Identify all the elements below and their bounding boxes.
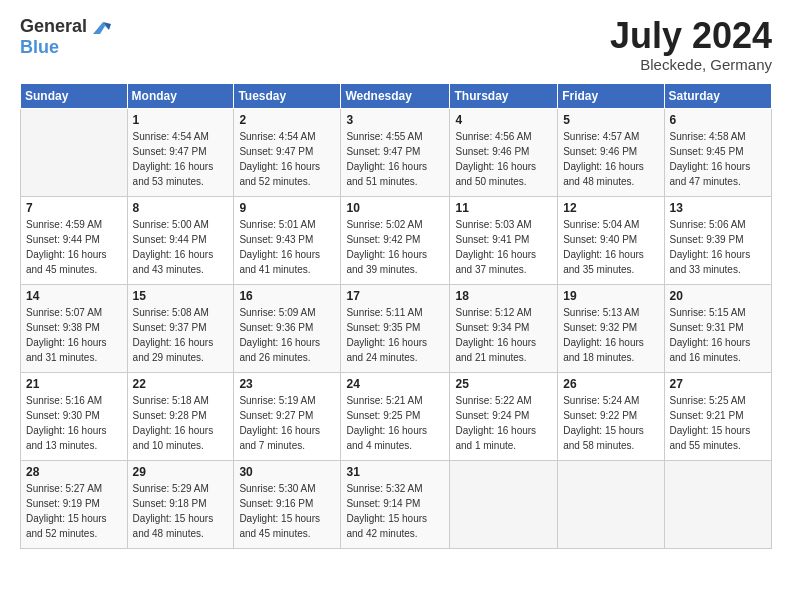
day-number: 25 xyxy=(455,377,552,391)
day-number: 6 xyxy=(670,113,766,127)
calendar-cell: 13Sunrise: 5:06 AM Sunset: 9:39 PM Dayli… xyxy=(664,196,771,284)
day-number: 1 xyxy=(133,113,229,127)
calendar-cell: 22Sunrise: 5:18 AM Sunset: 9:28 PM Dayli… xyxy=(127,372,234,460)
day-info: Sunrise: 4:54 AM Sunset: 9:47 PM Dayligh… xyxy=(133,129,229,189)
week-row-0: 1Sunrise: 4:54 AM Sunset: 9:47 PM Daylig… xyxy=(21,108,772,196)
page: General Blue July 2024 Bleckede, Germany… xyxy=(0,0,792,612)
week-row-4: 28Sunrise: 5:27 AM Sunset: 9:19 PM Dayli… xyxy=(21,460,772,548)
calendar-cell: 26Sunrise: 5:24 AM Sunset: 9:22 PM Dayli… xyxy=(558,372,664,460)
header-row: SundayMondayTuesdayWednesdayThursdayFrid… xyxy=(21,83,772,108)
day-number: 9 xyxy=(239,201,335,215)
calendar-cell xyxy=(558,460,664,548)
day-number: 18 xyxy=(455,289,552,303)
calendar-cell: 25Sunrise: 5:22 AM Sunset: 9:24 PM Dayli… xyxy=(450,372,558,460)
header-day-monday: Monday xyxy=(127,83,234,108)
day-number: 30 xyxy=(239,465,335,479)
location-subtitle: Bleckede, Germany xyxy=(610,56,772,73)
calendar-cell: 8Sunrise: 5:00 AM Sunset: 9:44 PM Daylig… xyxy=(127,196,234,284)
day-info: Sunrise: 4:57 AM Sunset: 9:46 PM Dayligh… xyxy=(563,129,658,189)
calendar-cell: 6Sunrise: 4:58 AM Sunset: 9:45 PM Daylig… xyxy=(664,108,771,196)
day-info: Sunrise: 5:01 AM Sunset: 9:43 PM Dayligh… xyxy=(239,217,335,277)
day-info: Sunrise: 5:30 AM Sunset: 9:16 PM Dayligh… xyxy=(239,481,335,541)
day-info: Sunrise: 5:11 AM Sunset: 9:35 PM Dayligh… xyxy=(346,305,444,365)
day-info: Sunrise: 5:07 AM Sunset: 9:38 PM Dayligh… xyxy=(26,305,122,365)
day-info: Sunrise: 5:21 AM Sunset: 9:25 PM Dayligh… xyxy=(346,393,444,453)
day-info: Sunrise: 4:59 AM Sunset: 9:44 PM Dayligh… xyxy=(26,217,122,277)
week-row-3: 21Sunrise: 5:16 AM Sunset: 9:30 PM Dayli… xyxy=(21,372,772,460)
day-number: 17 xyxy=(346,289,444,303)
calendar-cell xyxy=(664,460,771,548)
day-number: 7 xyxy=(26,201,122,215)
calendar-cell: 23Sunrise: 5:19 AM Sunset: 9:27 PM Dayli… xyxy=(234,372,341,460)
calendar-cell: 15Sunrise: 5:08 AM Sunset: 9:37 PM Dayli… xyxy=(127,284,234,372)
day-number: 21 xyxy=(26,377,122,391)
calendar-cell: 12Sunrise: 5:04 AM Sunset: 9:40 PM Dayli… xyxy=(558,196,664,284)
day-number: 3 xyxy=(346,113,444,127)
day-number: 31 xyxy=(346,465,444,479)
day-number: 5 xyxy=(563,113,658,127)
day-info: Sunrise: 5:27 AM Sunset: 9:19 PM Dayligh… xyxy=(26,481,122,541)
header: General Blue July 2024 Bleckede, Germany xyxy=(20,16,772,73)
calendar-cell: 24Sunrise: 5:21 AM Sunset: 9:25 PM Dayli… xyxy=(341,372,450,460)
day-info: Sunrise: 5:13 AM Sunset: 9:32 PM Dayligh… xyxy=(563,305,658,365)
calendar-cell: 14Sunrise: 5:07 AM Sunset: 9:38 PM Dayli… xyxy=(21,284,128,372)
day-info: Sunrise: 5:04 AM Sunset: 9:40 PM Dayligh… xyxy=(563,217,658,277)
day-info: Sunrise: 5:06 AM Sunset: 9:39 PM Dayligh… xyxy=(670,217,766,277)
day-info: Sunrise: 5:15 AM Sunset: 9:31 PM Dayligh… xyxy=(670,305,766,365)
calendar-cell: 29Sunrise: 5:29 AM Sunset: 9:18 PM Dayli… xyxy=(127,460,234,548)
day-info: Sunrise: 5:09 AM Sunset: 9:36 PM Dayligh… xyxy=(239,305,335,365)
day-number: 2 xyxy=(239,113,335,127)
logo-icon xyxy=(89,16,111,38)
day-number: 15 xyxy=(133,289,229,303)
calendar-cell: 30Sunrise: 5:30 AM Sunset: 9:16 PM Dayli… xyxy=(234,460,341,548)
day-info: Sunrise: 4:54 AM Sunset: 9:47 PM Dayligh… xyxy=(239,129,335,189)
day-number: 22 xyxy=(133,377,229,391)
calendar-table: SundayMondayTuesdayWednesdayThursdayFrid… xyxy=(20,83,772,549)
header-day-thursday: Thursday xyxy=(450,83,558,108)
calendar-cell: 7Sunrise: 4:59 AM Sunset: 9:44 PM Daylig… xyxy=(21,196,128,284)
month-title: July 2024 xyxy=(610,16,772,56)
day-number: 10 xyxy=(346,201,444,215)
day-number: 16 xyxy=(239,289,335,303)
day-number: 13 xyxy=(670,201,766,215)
calendar-cell: 19Sunrise: 5:13 AM Sunset: 9:32 PM Dayli… xyxy=(558,284,664,372)
header-day-wednesday: Wednesday xyxy=(341,83,450,108)
header-day-tuesday: Tuesday xyxy=(234,83,341,108)
calendar-cell: 5Sunrise: 4:57 AM Sunset: 9:46 PM Daylig… xyxy=(558,108,664,196)
week-row-1: 7Sunrise: 4:59 AM Sunset: 9:44 PM Daylig… xyxy=(21,196,772,284)
day-number: 26 xyxy=(563,377,658,391)
logo-general: General xyxy=(20,17,87,37)
calendar-cell: 17Sunrise: 5:11 AM Sunset: 9:35 PM Dayli… xyxy=(341,284,450,372)
header-day-friday: Friday xyxy=(558,83,664,108)
day-info: Sunrise: 5:03 AM Sunset: 9:41 PM Dayligh… xyxy=(455,217,552,277)
day-info: Sunrise: 5:32 AM Sunset: 9:14 PM Dayligh… xyxy=(346,481,444,541)
calendar-cell: 4Sunrise: 4:56 AM Sunset: 9:46 PM Daylig… xyxy=(450,108,558,196)
calendar-cell: 16Sunrise: 5:09 AM Sunset: 9:36 PM Dayli… xyxy=(234,284,341,372)
day-info: Sunrise: 5:25 AM Sunset: 9:21 PM Dayligh… xyxy=(670,393,766,453)
day-number: 8 xyxy=(133,201,229,215)
calendar-cell: 27Sunrise: 5:25 AM Sunset: 9:21 PM Dayli… xyxy=(664,372,771,460)
week-row-2: 14Sunrise: 5:07 AM Sunset: 9:38 PM Dayli… xyxy=(21,284,772,372)
title-block: July 2024 Bleckede, Germany xyxy=(610,16,772,73)
calendar-cell: 31Sunrise: 5:32 AM Sunset: 9:14 PM Dayli… xyxy=(341,460,450,548)
day-info: Sunrise: 5:19 AM Sunset: 9:27 PM Dayligh… xyxy=(239,393,335,453)
day-info: Sunrise: 5:18 AM Sunset: 9:28 PM Dayligh… xyxy=(133,393,229,453)
day-number: 14 xyxy=(26,289,122,303)
day-number: 23 xyxy=(239,377,335,391)
day-number: 24 xyxy=(346,377,444,391)
logo: General Blue xyxy=(20,16,111,58)
day-info: Sunrise: 5:02 AM Sunset: 9:42 PM Dayligh… xyxy=(346,217,444,277)
calendar-cell xyxy=(21,108,128,196)
calendar-cell: 10Sunrise: 5:02 AM Sunset: 9:42 PM Dayli… xyxy=(341,196,450,284)
calendar-cell: 1Sunrise: 4:54 AM Sunset: 9:47 PM Daylig… xyxy=(127,108,234,196)
header-day-saturday: Saturday xyxy=(664,83,771,108)
calendar-cell: 3Sunrise: 4:55 AM Sunset: 9:47 PM Daylig… xyxy=(341,108,450,196)
header-day-sunday: Sunday xyxy=(21,83,128,108)
day-number: 12 xyxy=(563,201,658,215)
logo-blue: Blue xyxy=(20,38,59,58)
day-info: Sunrise: 5:16 AM Sunset: 9:30 PM Dayligh… xyxy=(26,393,122,453)
day-info: Sunrise: 5:29 AM Sunset: 9:18 PM Dayligh… xyxy=(133,481,229,541)
day-number: 11 xyxy=(455,201,552,215)
calendar-cell: 2Sunrise: 4:54 AM Sunset: 9:47 PM Daylig… xyxy=(234,108,341,196)
calendar-cell: 9Sunrise: 5:01 AM Sunset: 9:43 PM Daylig… xyxy=(234,196,341,284)
